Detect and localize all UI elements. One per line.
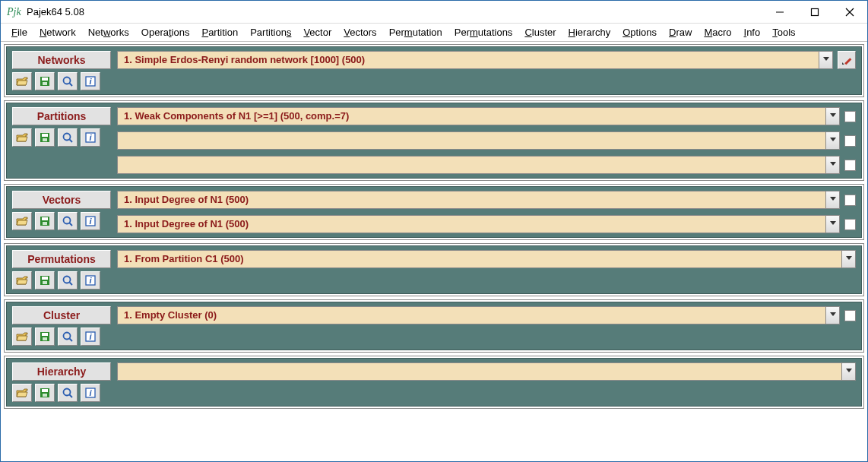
networks-save-button-icon xyxy=(39,75,51,87)
menu-networks[interactable]: Networks xyxy=(82,24,135,40)
vectors-combo-1[interactable]: 1. Input Degree of N1 (500) xyxy=(117,215,840,233)
vectors-view-button[interactable] xyxy=(58,212,78,230)
vectors-title[interactable]: Vectors xyxy=(12,191,111,209)
menu-cluster[interactable]: Cluster xyxy=(518,24,562,40)
partitions-row0-checkbox[interactable] xyxy=(844,111,856,122)
networks-view-button[interactable] xyxy=(58,72,78,90)
partitions-combo-0[interactable]: 1. Weak Components of N1 [>=1] (500, com… xyxy=(117,107,840,125)
partitions-combo-1-dropdown[interactable] xyxy=(825,132,839,149)
chevron-down-icon xyxy=(830,197,836,203)
cluster-open-button[interactable] xyxy=(12,328,32,346)
networks-save-button[interactable] xyxy=(35,72,55,90)
hierarchy-view-button[interactable] xyxy=(58,384,78,402)
vectors-save-button[interactable] xyxy=(35,212,55,230)
vectors-save-button-icon xyxy=(39,215,51,227)
window-buttons xyxy=(762,1,867,23)
vectors-open-button-icon xyxy=(16,215,28,227)
partitions-row2-checkbox[interactable] xyxy=(844,160,856,171)
hierarchy-save-button-icon xyxy=(39,387,51,399)
pencil-icon xyxy=(841,54,853,66)
menu-hierarchy[interactable]: Hierarchy xyxy=(562,24,617,40)
permutations-open-button[interactable] xyxy=(12,271,32,290)
permutations-info-button[interactable] xyxy=(81,271,100,290)
hierarchy-combo-0-dropdown[interactable] xyxy=(841,363,855,380)
cluster-toolbar xyxy=(12,328,111,346)
menu-permutation[interactable]: Permutation xyxy=(383,24,448,40)
hierarchy-combo-0[interactable] xyxy=(117,362,856,381)
permutations-combo-0[interactable]: 1. From Partition C1 (500) xyxy=(117,250,856,268)
cluster-row0-checkbox[interactable] xyxy=(844,310,856,321)
partitions-row1-checkbox[interactable] xyxy=(844,135,856,147)
cluster-view-button-icon xyxy=(62,331,74,343)
partitions-combo-1[interactable] xyxy=(117,131,840,150)
networks-open-button[interactable] xyxy=(12,72,32,90)
menu-tools[interactable]: Tools xyxy=(766,24,801,40)
partitions-title[interactable]: Partitions xyxy=(12,107,111,125)
networks-combo-0[interactable]: 1. Simple Erdos-Renyi random network [10… xyxy=(117,51,833,69)
menu-permutations[interactable]: Permutations xyxy=(448,24,519,40)
networks-edit-button[interactable] xyxy=(838,51,856,69)
titlebar: Pjk Pajek64 5.08 xyxy=(1,1,867,24)
vectors-row-1: 1. Input Degree of N1 (500) xyxy=(117,215,856,233)
networks-leftcol: Networks xyxy=(12,51,111,90)
menu-draw[interactable]: Draw xyxy=(663,24,698,40)
partitions-save-button-icon xyxy=(39,131,51,144)
menu-partitions[interactable]: Partitions xyxy=(244,24,297,40)
menu-network[interactable]: Network xyxy=(33,24,82,40)
networks-combo-0-dropdown[interactable] xyxy=(819,52,832,68)
menu-partition[interactable]: Partition xyxy=(195,24,244,40)
permutations-save-button[interactable] xyxy=(35,271,55,290)
vectors-info-button[interactable] xyxy=(81,212,100,230)
partitions-info-button[interactable] xyxy=(81,128,100,147)
vectors-leftcol: Vectors xyxy=(12,191,111,230)
cluster-info-button[interactable] xyxy=(81,328,100,346)
hierarchy-title[interactable]: Hierarchy xyxy=(12,362,111,381)
maximize-button[interactable] xyxy=(797,1,832,23)
networks-combo-0-text: 1. Simple Erdos-Renyi random network [10… xyxy=(118,52,819,68)
vectors-row1-checkbox[interactable] xyxy=(844,219,856,230)
vectors-combo-0-dropdown[interactable] xyxy=(825,191,839,208)
hierarchy-info-button-icon xyxy=(84,387,97,399)
networks-info-button[interactable] xyxy=(81,72,100,90)
menu-options[interactable]: Options xyxy=(616,24,663,40)
partitions-combo-2[interactable] xyxy=(117,156,840,174)
menu-vectors[interactable]: Vectors xyxy=(337,24,382,40)
menu-file[interactable]: File xyxy=(5,24,33,40)
networks-title[interactable]: Networks xyxy=(12,51,111,69)
app-icon: Pjk xyxy=(7,5,22,20)
hierarchy-open-button[interactable] xyxy=(12,384,32,402)
menu-vector[interactable]: Vector xyxy=(297,24,337,40)
close-button[interactable] xyxy=(832,1,867,23)
cluster-title[interactable]: Cluster xyxy=(12,306,111,324)
permutations-view-button[interactable] xyxy=(58,271,78,290)
permutations-row-0: 1. From Partition C1 (500) xyxy=(117,250,856,268)
menu-operations[interactable]: Operations xyxy=(135,24,196,40)
cluster-combo-0[interactable]: 1. Empty Cluster (0) xyxy=(117,306,840,324)
cluster-row-0: 1. Empty Cluster (0) xyxy=(117,306,856,324)
cluster-save-button[interactable] xyxy=(35,328,55,346)
partitions-save-button[interactable] xyxy=(35,128,55,147)
vectors-combo-1-text: 1. Input Degree of N1 (500) xyxy=(118,216,825,233)
hierarchy-info-button[interactable] xyxy=(81,384,100,402)
menu-macro[interactable]: Macro xyxy=(698,24,737,40)
vectors-row0-checkbox[interactable] xyxy=(844,195,856,206)
hierarchy-save-button[interactable] xyxy=(35,384,55,402)
vectors-rows: 1. Input Degree of N1 (500) 1. Input Deg… xyxy=(117,191,856,233)
cluster-view-button[interactable] xyxy=(58,328,78,346)
partitions-open-button[interactable] xyxy=(12,128,32,147)
permutations-title[interactable]: Permutations xyxy=(12,250,111,268)
permutations-toolbar xyxy=(12,271,111,290)
vectors-combo-1-dropdown[interactable] xyxy=(825,216,839,233)
vectors-combo-0[interactable]: 1. Input Degree of N1 (500) xyxy=(117,191,840,209)
vectors-open-button[interactable] xyxy=(12,212,32,230)
partitions-combo-2-dropdown[interactable] xyxy=(825,157,839,173)
permutations-view-button-icon xyxy=(62,274,74,286)
menu-info[interactable]: Info xyxy=(738,24,767,40)
cluster-panel: Cluster 1. Empty Cluster (0) xyxy=(5,300,863,352)
minimize-button[interactable] xyxy=(762,1,797,23)
cluster-combo-0-dropdown[interactable] xyxy=(825,307,839,324)
partitions-combo-0-dropdown[interactable] xyxy=(825,108,839,125)
partitions-combo-0-text: 1. Weak Components of N1 [>=1] (500, com… xyxy=(118,108,825,125)
permutations-combo-0-dropdown[interactable] xyxy=(841,251,855,267)
partitions-view-button[interactable] xyxy=(58,128,78,147)
